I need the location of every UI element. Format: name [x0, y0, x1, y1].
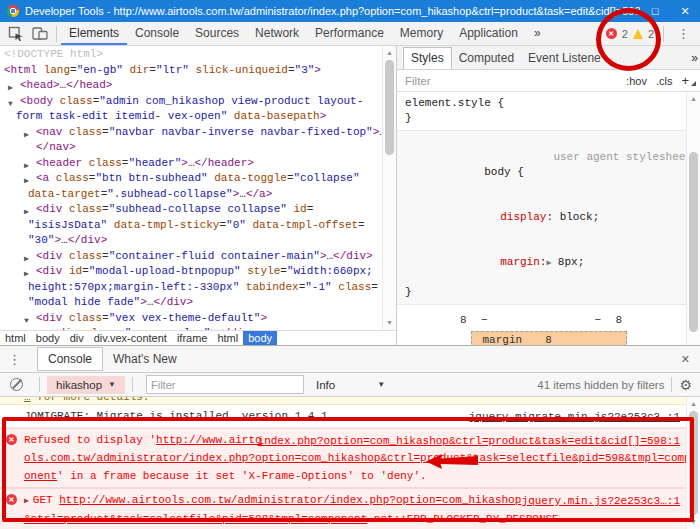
tree-line[interactable]: ▶<div id="modal-upload-btnpopup" style="…	[0, 264, 396, 280]
tab-performance[interactable]: Performance	[307, 22, 392, 45]
sidebar-tab-computed[interactable]: Computed	[452, 48, 521, 69]
tree-line[interactable]: height:570px;margin-left:-330px" tabinde…	[0, 280, 396, 296]
breadcrumb-item[interactable]: body	[31, 331, 65, 346]
message-link[interactable]: http://www.airto	[156, 434, 262, 446]
chevron-down-icon[interactable]: ▼	[377, 380, 385, 389]
close-button[interactable]: ✕	[670, 0, 700, 22]
tree-line[interactable]: ▶<a class="btn btn-subhead" data-toggle=…	[0, 171, 396, 187]
tree-line[interactable]: "modal hide fade">…</div>	[0, 295, 396, 311]
context-selector[interactable]: hikashop ▼	[47, 376, 125, 394]
tree-line[interactable]: </nav>	[0, 140, 396, 156]
tab-application[interactable]: Application	[451, 22, 526, 45]
clear-console-icon[interactable]	[10, 378, 23, 391]
elements-panel: <!DOCTYPE html><html lang="en-gb" dir="l…	[0, 46, 397, 345]
devtools-menu-icon[interactable]: ⋮	[673, 26, 694, 41]
console-scrollbar[interactable]: ▲ ▼	[686, 397, 700, 529]
console-message: jquery-migrate.min.js?2e253c3…:1JQMIGRAT…	[0, 405, 700, 428]
scrollbar-thumb[interactable]	[689, 152, 698, 332]
scrollbar-thumb[interactable]	[385, 60, 394, 155]
style-rules: element.style { } user agent stylesheet …	[397, 92, 700, 345]
tab-elements[interactable]: Elements	[61, 22, 127, 45]
window-title: Developer Tools - http://www.airtools.co…	[25, 5, 640, 17]
warning-count[interactable]: 2	[648, 28, 654, 40]
breadcrumb-item[interactable]: div	[65, 331, 89, 346]
toggle-hover-button[interactable]: :hov	[626, 75, 647, 87]
tree-line[interactable]: <!DOCTYPE html>	[0, 47, 396, 63]
breadcrumb-item[interactable]: html	[212, 331, 243, 346]
styles-scrollbar[interactable]: ▲	[686, 92, 700, 345]
tree-line[interactable]: ▶<header class="header">…</header>	[0, 156, 396, 172]
console-message: ✕jquery.min.js?2e253c3…:1▶GET http://www…	[0, 488, 700, 529]
warning-badge-icon[interactable]	[633, 29, 643, 39]
message-link[interactable]: ols.com.tw/administrator/index.php?optio…	[24, 452, 691, 464]
error-icon: ✕	[6, 434, 17, 445]
expand-triangle-icon[interactable]: ▶	[24, 496, 29, 505]
tree-line[interactable]: ▶<div class="container-fluid container-m…	[0, 249, 396, 265]
tab-console[interactable]: Console	[127, 22, 187, 45]
new-style-rule-button[interactable]: +	[681, 73, 689, 88]
message-source-link[interactable]: jquery-migrate.min.js?2e253c3…:1	[469, 408, 680, 426]
device-toolbar-icon[interactable]	[32, 26, 48, 41]
sidebar-more-tabs-icon[interactable]: »	[691, 51, 700, 69]
scroll-down-icon[interactable]: ▼	[383, 317, 396, 329]
tree-line[interactable]: ▼<body class="admin com_hikashop view-pr…	[0, 94, 396, 110]
tab-[interactable]: »	[526, 22, 549, 45]
console-filter-input[interactable]	[146, 375, 304, 394]
tab-memory[interactable]: Memory	[392, 22, 451, 45]
message-source-link[interactable]: jquery.min.js?2e253c3…:1	[522, 492, 680, 510]
tree-line[interactable]: "30">…</div>	[0, 233, 396, 249]
drawer-tab-console[interactable]: Console	[37, 347, 103, 371]
breadcrumb-item[interactable]: body	[243, 331, 277, 346]
tab-network[interactable]: Network	[247, 22, 307, 45]
box-model-diagram: margin8 border− padding− − 734 × 444 −	[397, 331, 700, 345]
message-link[interactable]: onent	[24, 470, 57, 482]
scroll-down-icon[interactable]: ▼	[687, 516, 700, 528]
tree-line[interactable]: ▶<div class="subhead-collapse collapse" …	[0, 202, 396, 218]
scroll-up-icon[interactable]: ▲	[687, 398, 700, 410]
drawer-close-icon[interactable]: ✕	[671, 353, 700, 366]
error-count[interactable]: 2	[622, 28, 628, 40]
scroll-up-icon[interactable]: ▲	[687, 93, 700, 105]
element-style-rule[interactable]: element.style { }	[397, 92, 700, 131]
scrollbar-thumb[interactable]	[689, 411, 698, 515]
panel-tabs: ElementsConsoleSourcesNetworkPerformance…	[61, 22, 549, 45]
breadcrumb-item[interactable]: div.vex-content	[89, 331, 172, 346]
main-area: <!DOCTYPE html><html lang="en-gb" dir="l…	[0, 46, 700, 345]
message-source-link[interactable]: index.php?option=com_hikashop&ctrl=produ…	[258, 432, 680, 450]
sidebar-tab-eventlistene[interactable]: Event Listene	[521, 48, 608, 69]
tree-line[interactable]: ▶<head>…</head>	[0, 78, 396, 94]
body-style-rule[interactable]: user agent stylesheet body { display: bl…	[397, 131, 700, 305]
breadcrumb-item[interactable]: iframe	[172, 331, 213, 346]
error-badge-icon[interactable]: ✕	[606, 28, 617, 39]
tree-line[interactable]: <html lang="en-gb" dir="ltr" slick-uniqu…	[0, 63, 396, 79]
message-link[interactable]: http://www.airtools.com.tw/administrator…	[59, 494, 521, 506]
css-property-display[interactable]: display: block;	[405, 195, 692, 240]
tree-line[interactable]: "isisJsData" data-tmpl-sticky="0" data-t…	[0, 218, 396, 234]
elements-scrollbar[interactable]: ▲ ▼	[382, 46, 396, 330]
log-level-select[interactable]: Info	[316, 379, 335, 391]
tree-line[interactable]: form task-edit itemid- vex-open" data-ba…	[0, 109, 396, 125]
rule-close-brace: }	[405, 285, 692, 300]
tree-line[interactable]: ▼<div class="vex vex-theme-default">	[0, 311, 396, 327]
inspect-element-icon[interactable]	[8, 26, 24, 42]
scroll-up-icon[interactable]: ▲	[383, 47, 396, 59]
breadcrumb-item[interactable]: html	[0, 331, 31, 346]
breadcrumb: htmlbodydivdiv.vex-contentiframehtmlbody	[0, 330, 396, 345]
toggle-class-button[interactable]: .cls	[656, 75, 673, 87]
tree-line[interactable]: ▶<nav class="navbar navbar-inverse navba…	[0, 125, 396, 141]
maximize-button[interactable]: □	[640, 0, 670, 22]
tree-line[interactable]: data-target=".subhead-collapse">…</a>	[0, 187, 396, 203]
drawer-menu-icon[interactable]: ⋮	[4, 352, 25, 367]
console-settings-gear-icon[interactable]: ⚙	[679, 377, 700, 393]
styles-filter-input[interactable]: Filter	[397, 75, 626, 87]
rule-selector: element.style {	[405, 96, 692, 111]
toolbar-divider	[56, 26, 57, 42]
tab-sources[interactable]: Sources	[187, 22, 247, 45]
margin-top-value[interactable]: 8	[545, 334, 552, 345]
message-link[interactable]: &ctrl=product&task=selectfile&pid=598&tm…	[24, 513, 367, 525]
context-label: hikashop	[56, 379, 102, 391]
drawer-tab-whatsnew[interactable]: What's New	[103, 348, 187, 370]
sidebar-tab-styles[interactable]: Styles	[403, 47, 452, 69]
css-property-margin[interactable]: margin:▶ 8px;	[405, 240, 692, 285]
message-link[interactable]: …	[24, 397, 31, 403]
